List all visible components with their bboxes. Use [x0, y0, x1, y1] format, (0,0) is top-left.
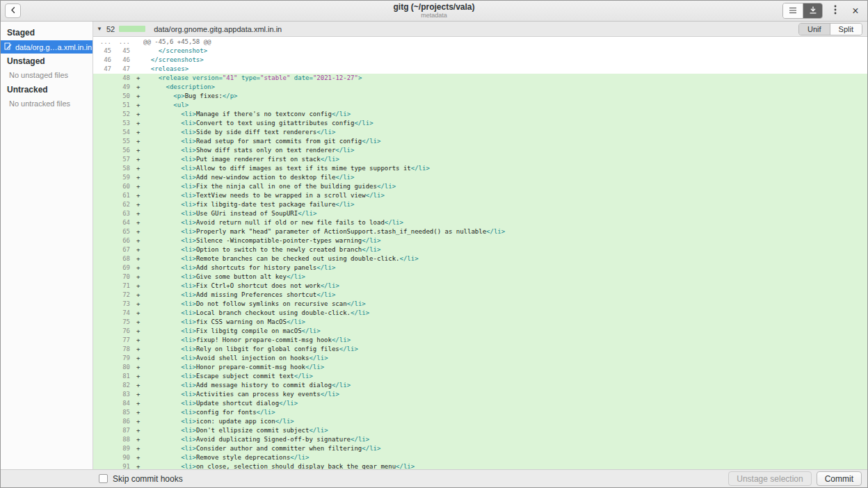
- diff-line[interactable]: 78+ <li>Rely on libgit for global config…: [93, 345, 867, 354]
- old-line-number: [93, 408, 115, 417]
- diff-line[interactable]: 60+ <li>Fix the ninja call in one of the…: [93, 182, 867, 191]
- diff-line[interactable]: 80+ <li>Honor prepare-commit-msg hook</l…: [93, 363, 867, 372]
- diff-line[interactable]: 50+ <p>Bug fixes:</p>: [93, 92, 867, 101]
- commit-action-bar: Skip commit hooks Unstage selection Comm…: [1, 469, 867, 487]
- diff-line[interactable]: 68+ <li>Remote branches can be checked o…: [93, 254, 867, 263]
- diff-stats-bar: [119, 26, 145, 32]
- diff-line[interactable]: 70+ <li>Give some button alt key</li>: [93, 273, 867, 282]
- diff-line[interactable]: 84+ <li>Update shortcut dialog</li>: [93, 399, 867, 408]
- diff-sign: +: [134, 399, 143, 408]
- diff-sign: +: [134, 200, 143, 209]
- diff-line[interactable]: 79+ <li>Avoid shell injection on hooks</…: [93, 354, 867, 363]
- back-button[interactable]: [5, 3, 21, 18]
- diff-line[interactable]: 65+ <li>Properly mark "head" parameter o…: [93, 227, 867, 236]
- new-line-number: 49: [115, 83, 134, 92]
- diff-line[interactable]: 91+ <li>on close, selection should displ…: [93, 462, 867, 469]
- diff-line[interactable]: 71+ <li>Fix Ctrl+O shortcut does not wor…: [93, 282, 867, 291]
- code-text: <releases>: [143, 65, 867, 74]
- new-line-number: 69: [115, 263, 134, 273]
- diff-line[interactable]: 51+ <ul>: [93, 101, 867, 110]
- diff-line[interactable]: 88+ <li>Avoid duplicating Signed-off-by …: [93, 435, 867, 444]
- old-line-number: [93, 435, 115, 444]
- menu-button[interactable]: [828, 3, 843, 19]
- diff-sign: +: [134, 327, 143, 336]
- expander-triangle-icon[interactable]: ▼: [97, 26, 102, 32]
- diff-line[interactable]: 89+ <li>Consider author and committer wh…: [93, 444, 867, 453]
- diff-line[interactable]: 55+ <li>Read setup for smart commits fro…: [93, 137, 867, 146]
- diff-line[interactable]: 90+ <li>Remove style deprecations</li>: [93, 453, 867, 462]
- chevron-left-icon: [10, 6, 17, 16]
- new-line-number: 74: [115, 309, 134, 318]
- diff-sign: +: [134, 318, 143, 327]
- diff-line[interactable]: ......@@ -45,6 +45,58 @@: [93, 38, 867, 47]
- diff-line[interactable]: 4545 </screenshot>: [93, 47, 867, 56]
- diff-line[interactable]: 74+ <li>Local branch checkout using doub…: [93, 309, 867, 318]
- new-line-number: 79: [115, 354, 134, 363]
- new-line-number: 50: [115, 92, 134, 101]
- diff-line[interactable]: 73+ <li>Do not follow symlinks on recurs…: [93, 300, 867, 309]
- diff-line[interactable]: 54+ <li>Side by side diff text renderers…: [93, 128, 867, 137]
- commit-view-button[interactable]: [803, 3, 822, 18]
- old-line-number: [93, 227, 115, 236]
- diff-line[interactable]: 76+ <li>Fix libgitg compile on macOS</li…: [93, 327, 867, 336]
- skip-commit-hooks-checkbox[interactable]: Skip commit hooks: [99, 474, 183, 484]
- diff-line[interactable]: 67+ <li>Option to switch to the newly cr…: [93, 245, 867, 254]
- code-text: <li>Avoid duplicating Signed-off-by sign…: [143, 435, 867, 444]
- unstage-selection-button[interactable]: Unstage selection: [728, 471, 811, 486]
- diff-line[interactable]: 53+ <li>Convert to text using gitattribu…: [93, 119, 867, 128]
- code-text: <li>Honor prepare-commit-msg hook</li>: [143, 363, 867, 372]
- old-line-number: [93, 74, 115, 83]
- diff-line[interactable]: 72+ <li>Add missing Preferences shortcut…: [93, 291, 867, 300]
- diff-line[interactable]: 59+ <li>Add new-window action to desktop…: [93, 173, 867, 182]
- diff-line[interactable]: 75+ <li>fix CSS warning on MacOS</li>: [93, 318, 867, 327]
- diff-sign: +: [134, 254, 143, 263]
- code-text: <ul>: [143, 101, 867, 110]
- unified-view-button[interactable]: Unif: [799, 24, 830, 35]
- sidebar-item-staged-file[interactable]: data/org.g…a.xml.in.in: [1, 40, 93, 54]
- diff-view-mode-toggle: Unif Split: [798, 23, 862, 35]
- diff-sign: +: [134, 453, 143, 462]
- diff-line[interactable]: 83+ <li>Activities can process key event…: [93, 390, 867, 399]
- diff-line[interactable]: 58+ <li>Allow to diff images as text if …: [93, 164, 867, 173]
- diff-line[interactable]: 4646 </screenshots>: [93, 56, 867, 65]
- diff-line[interactable]: 62+ <li>fix libgitg-date test package fa…: [93, 200, 867, 209]
- diff-line[interactable]: 52+ <li>Manage if there's no textconv co…: [93, 110, 867, 119]
- code-text: </screenshots>: [143, 56, 867, 65]
- diff-line[interactable]: 63+ <li>Use GUri instead of SoupURI</li>: [93, 209, 867, 218]
- diff-line[interactable]: 61+ <li>TextView needs to be wrapped in …: [93, 191, 867, 200]
- modified-file-icon: [4, 42, 12, 51]
- diff-line[interactable]: 49+ <description>: [93, 83, 867, 92]
- diff-line[interactable]: 82+ <li>Add message history to commit di…: [93, 381, 867, 390]
- diff-line[interactable]: 64+ <li>Avoid return null if old or new …: [93, 218, 867, 227]
- commit-button[interactable]: Commit: [817, 471, 862, 486]
- diff-line[interactable]: 86+ <li>icon: update app icon</li>: [93, 417, 867, 426]
- code-text: <li>Consider author and committer when f…: [143, 444, 867, 453]
- diff-line[interactable]: 85+ <li>config for fonts</li>: [93, 408, 867, 417]
- code-text: <li>Silence -Wincompatible-pointer-types…: [143, 236, 867, 245]
- code-text: <li>Fix the ninja call in one of the bui…: [143, 182, 867, 191]
- old-line-number: [93, 273, 115, 282]
- diff-sign: +: [134, 173, 143, 182]
- checkbox-box[interactable]: [99, 474, 108, 483]
- diff-line[interactable]: 87+ <li>Don't ellipsize commit subject</…: [93, 426, 867, 435]
- old-line-number: [93, 191, 115, 200]
- diff-line[interactable]: 77+ <li>fixup! Honor prepare-commit-msg …: [93, 336, 867, 345]
- diff-line[interactable]: 81+ <li>Escape subject commit text</li>: [93, 372, 867, 381]
- close-button[interactable]: ×: [848, 3, 863, 19]
- diff-line[interactable]: 57+ <li>Put image renderer first on stac…: [93, 155, 867, 164]
- new-line-number: 60: [115, 182, 134, 191]
- sidebar-section-untracked: Untracked: [1, 82, 93, 97]
- history-view-button[interactable]: [783, 3, 803, 18]
- new-line-number: 75: [115, 318, 134, 327]
- split-view-button[interactable]: Split: [830, 24, 862, 35]
- old-line-number: [93, 444, 115, 453]
- diff-line[interactable]: 48+ <release version="41" type="stable" …: [93, 74, 867, 83]
- diff-sign: +: [134, 273, 143, 282]
- diff-line[interactable]: 66+ <li>Silence -Wincompatible-pointer-t…: [93, 236, 867, 245]
- diff-line[interactable]: 69+ <li>Add shortcuts for history panels…: [93, 263, 867, 273]
- diff-line[interactable]: 4747 <releases>: [93, 65, 867, 74]
- diff-line[interactable]: 56+ <li>Show diff stats only on text ren…: [93, 146, 867, 155]
- diff-sign: +: [134, 435, 143, 444]
- window-title: gitg (~/projects/vala): [1, 3, 867, 12]
- old-line-number: [93, 390, 115, 399]
